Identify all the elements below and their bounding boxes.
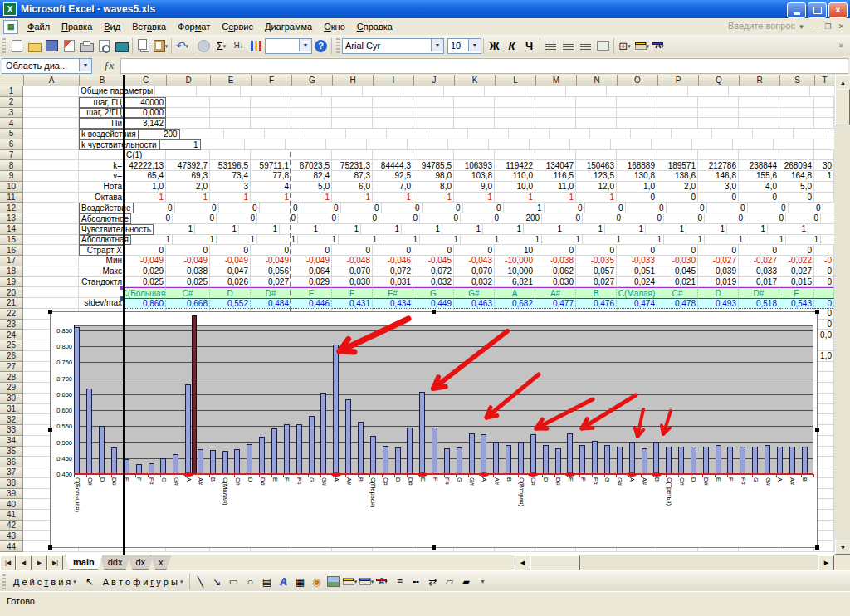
cell[interactable]: 0: [373, 245, 413, 256]
cell[interactable]: 1: [298, 235, 339, 246]
cell[interactable]: [576, 118, 617, 129]
cell[interactable]: [286, 139, 326, 150]
scroll-right-icon[interactable]: ▶: [818, 555, 834, 570]
cell[interactable]: [23, 193, 79, 203]
cell[interactable]: [367, 139, 408, 150]
cell[interactable]: 1: [159, 139, 201, 150]
cell[interactable]: [576, 150, 617, 161]
cell[interactable]: [251, 150, 291, 161]
cell[interactable]: 0: [542, 213, 583, 224]
cell[interactable]: -0,033: [617, 256, 657, 266]
chart-bar[interactable]: [407, 428, 413, 474]
cell[interactable]: 10: [495, 245, 535, 256]
help-icon[interactable]: ?: [312, 37, 330, 55]
cell[interactable]: [454, 108, 495, 119]
cell[interactable]: [814, 245, 834, 256]
cell[interactable]: 82,4: [291, 171, 332, 182]
cell[interactable]: -1: [291, 193, 332, 203]
cell[interactable]: 0: [251, 245, 291, 256]
cell[interactable]: 1: [564, 224, 605, 235]
row-header-1[interactable]: 1: [0, 86, 23, 97]
cell[interactable]: 0,860: [125, 298, 166, 309]
cell[interactable]: 0: [219, 203, 260, 213]
cell[interactable]: [322, 86, 363, 97]
chart-bar[interactable]: [185, 384, 191, 474]
cell[interactable]: [291, 118, 332, 129]
cell[interactable]: 5,0: [291, 182, 332, 193]
cell[interactable]: 1: [217, 235, 257, 246]
cell[interactable]: 0: [657, 193, 698, 203]
cell[interactable]: [821, 235, 834, 246]
cell[interactable]: [698, 118, 739, 129]
cell[interactable]: 4: [251, 182, 291, 193]
impact-bar[interactable]: [192, 315, 197, 474]
cell[interactable]: 0: [789, 203, 823, 213]
menu-Формат[interactable]: Формат: [172, 19, 216, 34]
sheet-tab-main[interactable]: main: [65, 555, 103, 570]
cell[interactable]: [814, 150, 834, 161]
cell[interactable]: [23, 266, 79, 277]
cell[interactable]: 189571: [657, 160, 698, 171]
cell[interactable]: 200: [501, 213, 542, 224]
cell[interactable]: 0,039: [698, 266, 739, 277]
font-color-icon[interactable]: A▾: [374, 574, 391, 590]
cell[interactable]: [23, 256, 79, 266]
print-preview-icon[interactable]: [95, 37, 113, 55]
cell[interactable]: 130,8: [617, 171, 657, 182]
cell[interactable]: [251, 118, 291, 129]
cell[interactable]: [291, 97, 332, 108]
cell[interactable]: 0: [814, 298, 834, 309]
wordart-icon[interactable]: A: [275, 574, 291, 590]
cell[interactable]: [454, 150, 495, 161]
cell[interactable]: 0,478: [657, 298, 698, 309]
cell[interactable]: 1: [501, 235, 542, 246]
sheet-tab-dx[interactable]: dx: [127, 555, 154, 570]
cell[interactable]: [454, 97, 495, 108]
row-header-26[interactable]: 26: [0, 351, 23, 362]
cell[interactable]: [387, 129, 427, 139]
cell[interactable]: 0,000: [125, 108, 166, 119]
cell[interactable]: k=: [79, 160, 125, 171]
fill-color-icon[interactable]: ▾: [633, 37, 651, 55]
cell[interactable]: 1: [154, 224, 195, 235]
chart-bar[interactable]: [727, 447, 733, 474]
cell[interactable]: 1: [257, 235, 298, 246]
cell[interactable]: 0: [382, 203, 423, 213]
cell[interactable]: [403, 86, 444, 97]
cell[interactable]: 0,477: [535, 298, 576, 309]
cell[interactable]: 1: [483, 224, 524, 235]
cell[interactable]: 4,0: [739, 182, 779, 193]
save-icon[interactable]: [43, 37, 61, 55]
cell[interactable]: 1: [195, 224, 239, 235]
cell[interactable]: -0,049: [210, 256, 251, 266]
cell[interactable]: 0: [217, 213, 257, 224]
cell[interactable]: [23, 213, 79, 224]
research-icon[interactable]: [113, 37, 130, 55]
cell[interactable]: 0,024: [617, 277, 657, 288]
cell[interactable]: Нота: [79, 182, 125, 193]
chart-bar[interactable]: [309, 416, 315, 474]
cell[interactable]: 1: [442, 224, 483, 235]
cell[interactable]: 119422: [495, 160, 535, 171]
cell[interactable]: -0,049: [125, 256, 166, 266]
diagram-icon[interactable]: ▦: [291, 574, 308, 590]
tab-scroll-next-icon[interactable]: ▶: [32, 555, 47, 570]
cell[interactable]: [535, 118, 576, 129]
cell[interactable]: -1: [251, 193, 291, 203]
cell[interactable]: [23, 182, 79, 193]
chart-bar[interactable]: [555, 448, 561, 474]
cell[interactable]: 0: [423, 203, 463, 213]
cell[interactable]: [23, 97, 79, 108]
cell[interactable]: [550, 129, 590, 139]
cell[interactable]: Стандоктл: [79, 277, 125, 288]
cell[interactable]: [774, 139, 814, 150]
cell[interactable]: 0: [814, 277, 834, 288]
cell[interactable]: 0: [166, 245, 210, 256]
cell[interactable]: 0: [291, 245, 332, 256]
cell[interactable]: [241, 86, 281, 97]
cell[interactable]: 0,463: [454, 298, 495, 309]
cell[interactable]: [332, 108, 373, 119]
cell[interactable]: 200: [139, 129, 180, 139]
cell[interactable]: [733, 139, 774, 150]
rectangle-icon[interactable]: ▭: [225, 574, 242, 590]
